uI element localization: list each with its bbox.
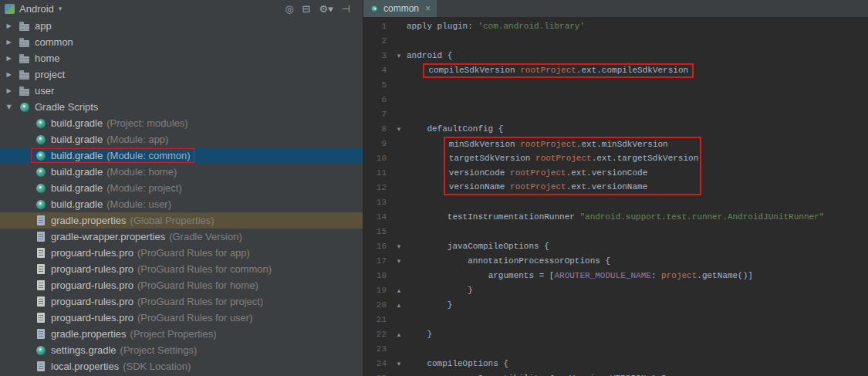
code-text: arguments = [AROUTER_MODULE_NAME: projec… (407, 269, 753, 283)
code-line-7[interactable]: 7 (363, 107, 868, 122)
gradle-file-icon (370, 4, 379, 12)
code-line-14[interactable]: 14 testInstrumentationRunner "android.su… (363, 210, 868, 225)
tree-item-build-gradle-project-modules[interactable]: build.gradle (Project: modules) (0, 115, 363, 131)
code-line-13[interactable]: 13 (363, 195, 868, 210)
code-line-20[interactable]: 20▴ } (363, 298, 868, 313)
fold-open-icon[interactable]: ▾ (391, 357, 407, 371)
gradle-file-icon (35, 150, 47, 162)
tree-item-body: proguard-rules.pro (ProGuard Rules for p… (31, 294, 267, 309)
code-line-9[interactable]: 9 minSdkVersion rootProject.ext.minSdkVe… (363, 137, 868, 151)
tree-item-build-gradle-module-user[interactable]: build.gradle (Module: user) (0, 196, 363, 212)
code-line-23[interactable]: 23 (363, 342, 868, 357)
collapse-all-icon[interactable]: ⊟ (302, 3, 311, 15)
tree-item-label: proguard-rules.pro (51, 279, 133, 291)
locate-file-icon[interactable]: ◎ (285, 3, 293, 15)
chevron-expanded-icon[interactable]: ▼ (3, 103, 15, 110)
tree-item-user[interactable]: ▶user (0, 83, 363, 99)
project-view-selector[interactable]: Android ▾ (5, 3, 62, 15)
fold-open-icon[interactable]: ▾ (391, 254, 407, 269)
code-line-22[interactable]: 22▴ } (363, 327, 868, 342)
code-line-5[interactable]: 5 (363, 78, 868, 93)
tree-item-label: gradle.properties (51, 215, 127, 226)
tree-item-label: settings.gradle (51, 344, 117, 356)
tree-item-build-gradle-module-home[interactable]: build.gradle (Module: home) (0, 164, 363, 180)
code-line-10[interactable]: 10 targetSdkVersion rootProject.ext.targ… (363, 151, 868, 166)
code-editor[interactable]: 1apply plugin: 'com.android.library'23▾a… (363, 18, 868, 376)
tree-item-build-gradle-module-common[interactable]: build.gradle (Module: common) (0, 147, 363, 164)
tree-item-gradle-properties-project-properties[interactable]: gradle.properties (Project Properties) (0, 326, 363, 342)
code-line-2[interactable]: 2 (363, 34, 868, 49)
tree-item-detail: (Module: app) (106, 134, 168, 145)
fold-close-icon[interactable]: ▴ (391, 298, 407, 313)
code-line-4[interactable]: 4 compileSdkVersion rootProject.ext.comp… (363, 63, 868, 78)
line-number: 11 (363, 166, 391, 181)
project-tool-window: Android ▾ ◎⊟⚙▾⊣ ▶app▶common▶home▶project… (0, 0, 363, 376)
tree-item-label: user (35, 85, 54, 97)
code-line-15[interactable]: 15 (363, 225, 868, 239)
code-line-18[interactable]: 18 arguments = [AROUTER_MODULE_NAME: pro… (363, 269, 868, 283)
code-line-21[interactable]: 21 (363, 313, 868, 327)
code-line-8[interactable]: 8▾ defaultConfig { (363, 122, 868, 137)
tree-item-label: build.gradle (51, 117, 103, 129)
code-line-16[interactable]: 16▾ javaCompileOptions { (363, 239, 868, 254)
chevron-collapsed-icon[interactable]: ▶ (3, 55, 15, 62)
fold-open-icon[interactable]: ▾ (391, 239, 407, 254)
gradle-file-icon (35, 134, 47, 146)
code-line-24[interactable]: 24▾ compileOptions { (363, 357, 868, 371)
fold-gutter (391, 195, 407, 210)
tree-item-home[interactable]: ▶home (0, 50, 363, 66)
line-number: 4 (363, 63, 391, 78)
gradle-file-icon (35, 198, 47, 211)
tree-item-proguard-rules-pro-proguard-rules-for-home[interactable]: proguard-rules.pro (ProGuard Rules for h… (0, 277, 363, 293)
tree-item-proguard-rules-pro-proguard-rules-for-project[interactable]: proguard-rules.pro (ProGuard Rules for p… (0, 293, 363, 310)
tree-item-proguard-rules-pro-proguard-rules-for-app[interactable]: proguard-rules.pro (ProGuard Rules for a… (0, 245, 363, 261)
tree-item-build-gradle-module-project[interactable]: build.gradle (Module: project) (0, 180, 363, 196)
code-line-1[interactable]: 1apply plugin: 'com.android.library' (363, 19, 868, 34)
settings-gear-icon[interactable]: ⚙▾ (319, 3, 333, 15)
chevron-collapsed-icon[interactable]: ▶ (3, 87, 15, 94)
fold-open-icon[interactable]: ▾ (391, 49, 407, 63)
code-line-11[interactable]: 11 versionCode rootProject.ext.versionCo… (363, 166, 868, 181)
tree-item-local-properties-sdk-location[interactable]: local.properties (SDK Location) (0, 358, 363, 374)
fold-open-icon[interactable]: ▾ (391, 122, 407, 137)
tree-item-detail: (Gradle Version) (169, 231, 242, 242)
tree-item-common[interactable]: ▶common (0, 34, 363, 50)
line-number: 10 (363, 151, 391, 166)
hide-panel-icon[interactable]: ⊣ (342, 3, 350, 15)
code-text: annotationProcessorOptions { (407, 254, 610, 269)
tree-item-proguard-rules-pro-proguard-rules-for-user[interactable]: proguard-rules.pro (ProGuard Rules for u… (0, 310, 363, 326)
fold-gutter (391, 225, 407, 239)
code-text: javaCompileOptions { (407, 239, 549, 254)
code-text: defaultConfig { (407, 122, 503, 137)
code-line-19[interactable]: 19▴ } (363, 283, 868, 298)
code-line-3[interactable]: 3▾android { (363, 49, 868, 63)
line-number: 19 (363, 283, 391, 298)
chevron-collapsed-icon[interactable]: ▶ (3, 22, 15, 29)
tree-item-detail: (Global Properties) (130, 215, 214, 226)
fold-close-icon[interactable]: ▴ (391, 283, 407, 298)
fold-close-icon[interactable]: ▴ (391, 327, 407, 342)
line-number: 12 (363, 181, 391, 195)
tree-item-proguard-rules-pro-proguard-rules-for-common[interactable]: proguard-rules.pro (ProGuard Rules for c… (0, 261, 363, 277)
dropdown-arrow-icon: ▾ (59, 5, 62, 12)
tree-item-settings-gradle-project-settings[interactable]: settings.gradle (Project Settings) (0, 342, 363, 358)
annotation-box: build.gradle (Module: common) (31, 148, 194, 163)
tree-item-body: gradle.properties (Project Properties) (31, 327, 221, 341)
code-line-17[interactable]: 17▾ annotationProcessorOptions { (363, 254, 868, 269)
tab-close-icon[interactable]: × (425, 3, 431, 14)
editor-tab-common[interactable]: common × (363, 0, 437, 17)
chevron-collapsed-icon[interactable]: ▶ (3, 39, 15, 46)
tree-item-gradle-wrapper-properties-gradle-version[interactable]: gradle-wrapper.properties (Gradle Versio… (0, 229, 363, 245)
code-text: } (407, 283, 473, 298)
tree-item-project[interactable]: ▶project (0, 66, 363, 83)
fold-gutter (391, 78, 407, 93)
code-line-25[interactable]: 25 sourceCompatibility JavaVersion.VERSI… (363, 371, 868, 376)
chevron-collapsed-icon[interactable]: ▶ (3, 71, 15, 78)
tree-item-build-gradle-module-app[interactable]: build.gradle (Module: app) (0, 131, 363, 147)
code-line-6[interactable]: 6 (363, 93, 868, 107)
code-text: android { (407, 49, 452, 63)
tree-item-gradle-properties-global-properties[interactable]: gradle.properties (Global Properties) (0, 212, 363, 229)
tree-item-gradle-scripts[interactable]: ▼Gradle Scripts (0, 99, 363, 115)
code-line-12[interactable]: 12 versionName rootProject.ext.versionNa… (363, 181, 868, 195)
tree-item-app[interactable]: ▶app (0, 18, 363, 34)
